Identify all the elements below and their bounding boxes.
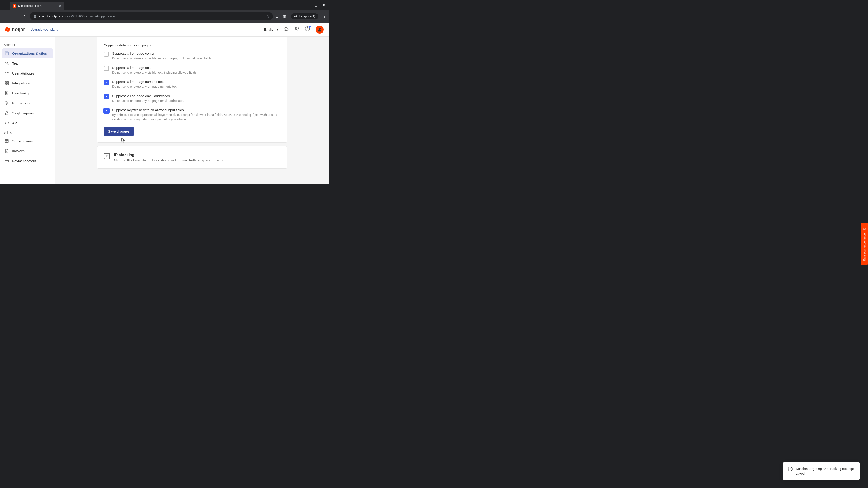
close-tab-icon[interactable]: ✕	[59, 4, 61, 8]
sidebar-item-preferences[interactable]: Preferences	[2, 98, 53, 108]
extensions-icon[interactable]	[284, 26, 289, 33]
ip-blocking-desc: Manage IPs from which Hotjar should not …	[114, 158, 224, 162]
main-content: Suppress data across all pages: Suppress…	[55, 37, 329, 184]
bookmark-icon[interactable]: ☆	[266, 14, 269, 19]
checkbox-email[interactable]	[104, 94, 109, 99]
checkbox-label: Suppress all on-page text	[112, 66, 280, 70]
sidebar-item-label: Payment details	[12, 159, 36, 163]
sidebar-item-label: Preferences	[12, 101, 31, 105]
checkbox-label: Suppress all on-page content	[112, 52, 280, 55]
user-attr-icon	[4, 71, 9, 75]
svg-rect-18	[5, 160, 8, 162]
chevron-down-icon: ▾	[277, 28, 278, 32]
close-window-button[interactable]: ✕	[323, 3, 326, 7]
allowed-input-fields-link[interactable]: allowed input fields	[195, 113, 222, 117]
invite-team-icon[interactable]	[294, 26, 299, 33]
checkbox-desc: Do not send or store any on-page email a…	[112, 99, 280, 103]
checkbox-numeric[interactable]	[104, 80, 109, 85]
upgrade-plans-link[interactable]: Upgrade your plans	[30, 28, 58, 31]
svg-rect-7	[5, 82, 6, 83]
checkbox-text[interactable]	[104, 66, 109, 71]
sidebar-item-user-lookup[interactable]: User lookup	[2, 88, 53, 98]
incognito-label: Incognito (2)	[299, 15, 315, 18]
language-selector[interactable]: English ▾	[264, 28, 278, 32]
svg-rect-3	[5, 52, 8, 55]
sidebar-item-team[interactable]: Team	[2, 58, 53, 68]
svg-rect-8	[7, 82, 8, 83]
incognito-indicator[interactable]: 🕶 Incognito (2)	[291, 13, 318, 20]
ip-icon: IP	[104, 153, 110, 159]
checkbox-desc: By default, Hotjar suppresses all keystr…	[112, 113, 280, 122]
hotjar-favicon	[13, 4, 16, 8]
browser-toolbar: ← → ⟳ ⊟ insights.hotjar.com/site/3825660…	[0, 10, 329, 23]
card-icon	[4, 159, 9, 163]
checkbox-label: Suppress all on-page numeric text	[112, 80, 280, 84]
hotjar-logo[interactable]: hotjar	[5, 27, 25, 33]
suppress-option-numeric: Suppress all on-page numeric text Do not…	[104, 80, 280, 89]
checkbox-content[interactable]	[104, 52, 109, 57]
language-label: English	[264, 28, 275, 31]
svg-point-0	[296, 27, 297, 29]
user-avatar[interactable]	[315, 26, 324, 34]
help-icon[interactable]	[305, 26, 310, 33]
checkbox-keystroke[interactable]	[104, 108, 109, 113]
sidebar-item-label: Subscriptions	[12, 139, 33, 143]
sidebar-section-billing: Billing	[2, 128, 53, 136]
svg-point-6	[6, 72, 7, 73]
svg-point-13	[6, 101, 6, 102]
sidebar-item-payment[interactable]: Payment details	[2, 156, 53, 166]
tab-search-dropdown[interactable]	[0, 0, 10, 10]
hotjar-logo-text: hotjar	[12, 27, 25, 33]
forward-button[interactable]: →	[12, 14, 18, 19]
sidebar-item-label: Integrations	[12, 81, 30, 85]
svg-point-2	[319, 28, 320, 30]
subscriptions-icon	[4, 139, 9, 143]
sidebar-item-label: Invoices	[12, 149, 25, 153]
sidebar-item-api[interactable]: API	[2, 118, 53, 128]
suppress-option-text: Suppress all on-page text Do not send or…	[104, 66, 280, 75]
suppress-option-content: Suppress all on-page content Do not send…	[104, 52, 280, 61]
sidebar-item-label: Team	[12, 61, 21, 65]
sidebar-item-organizations[interactable]: Organizations & sites	[2, 48, 53, 58]
window-controls: — ▢ ✕	[306, 3, 329, 7]
svg-rect-10	[7, 84, 8, 85]
ip-blocking-card[interactable]: IP IP blocking Manage IPs from which Hot…	[97, 146, 287, 168]
hotjar-logo-mark	[5, 27, 10, 32]
sidebar-item-subscriptions[interactable]: Subscriptions	[2, 136, 53, 146]
app-header: hotjar Upgrade your plans English ▾	[0, 23, 329, 37]
new-tab-button[interactable]: +	[67, 3, 69, 7]
browser-menu-icon[interactable]: ⋮	[323, 14, 327, 19]
downloads-icon[interactable]: ⤓	[276, 14, 278, 19]
integrations-icon	[4, 81, 9, 86]
reading-list-icon[interactable]: ▥	[283, 14, 286, 19]
svg-point-12	[6, 92, 7, 93]
minimize-button[interactable]: —	[306, 3, 309, 7]
browser-tab[interactable]: Site settings - Hotjar ✕	[10, 2, 64, 10]
browser-tab-strip: Site settings - Hotjar ✕ + — ▢ ✕	[0, 0, 329, 10]
ip-blocking-title: IP blocking	[114, 153, 224, 157]
sidebar-item-label: User lookup	[12, 91, 30, 95]
sidebar-item-integrations[interactable]: Integrations	[2, 78, 53, 88]
checkbox-desc: Do not send or store any visible text or…	[112, 56, 280, 61]
reload-button[interactable]: ⟳	[21, 14, 27, 19]
svg-rect-9	[5, 84, 6, 85]
save-changes-button[interactable]: Save changes	[104, 127, 133, 136]
sidebar-item-invoices[interactable]: Invoices	[2, 146, 53, 156]
svg-point-15	[6, 104, 7, 104]
sidebar: Account Organizations & sites Team User …	[0, 37, 55, 184]
site-info-icon[interactable]: ⊟	[33, 14, 36, 19]
svg-point-4	[6, 62, 7, 63]
checkbox-label: Suppress all on-page email addresses	[112, 94, 280, 98]
svg-rect-16	[5, 113, 8, 115]
team-icon	[4, 61, 9, 66]
address-bar[interactable]: ⊟ insights.hotjar.com/site/3825660/setti…	[30, 12, 273, 20]
maximize-button[interactable]: ▢	[314, 3, 317, 7]
notification-dot	[309, 26, 311, 28]
incognito-icon: 🕶	[294, 15, 297, 18]
back-button[interactable]: ←	[3, 14, 9, 19]
checkbox-label: Suppress keystroke data on allowed input…	[112, 108, 280, 112]
lock-icon	[4, 111, 9, 115]
sidebar-item-sso[interactable]: Single sign-on	[2, 108, 53, 118]
sidebar-item-user-attributes[interactable]: User attributes	[2, 68, 53, 78]
suppress-option-keystroke: Suppress keystroke data on allowed input…	[104, 108, 280, 122]
